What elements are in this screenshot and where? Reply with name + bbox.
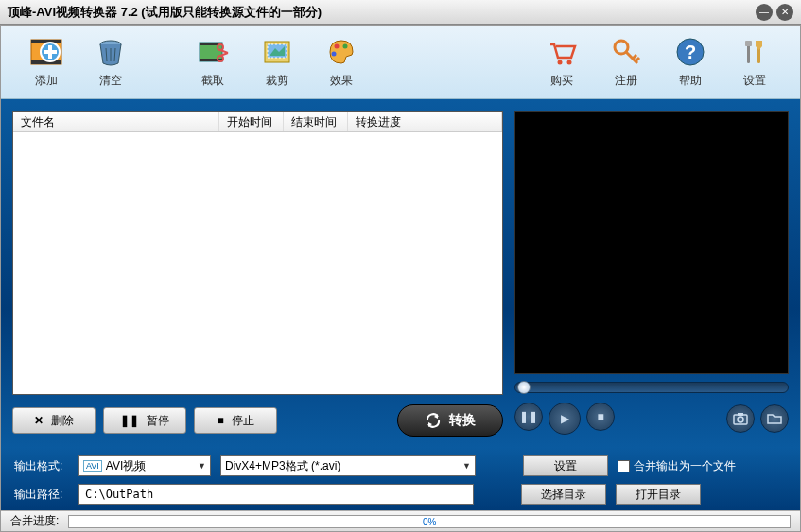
delete-button[interactable]: ✕ 删除 xyxy=(12,407,96,434)
col-progress[interactable]: 转换进度 xyxy=(348,112,502,131)
help-button[interactable]: ? 帮助 xyxy=(658,35,723,89)
open-folder-button[interactable] xyxy=(760,404,789,433)
stop-icon: ■ xyxy=(217,414,223,427)
content-area: 文件名 开始时间 结束时间 转换进度 ✕ 删除 ❚❚ 暂停 ■ 停 xyxy=(1,99,800,448)
svg-point-24 xyxy=(558,60,563,65)
snapshot-button[interactable] xyxy=(726,404,755,433)
media-play-button[interactable]: ▶ xyxy=(549,403,581,435)
media-controls: ❚❚ ▶ ■ xyxy=(514,401,789,437)
film-add-icon xyxy=(29,35,63,69)
crop-button[interactable]: 裁剪 xyxy=(245,35,309,89)
avi-badge-icon: AVI xyxy=(83,460,102,472)
right-panel: ❚❚ ▶ ■ xyxy=(514,111,789,437)
status-bar: 合并进度: 0% xyxy=(1,510,800,531)
svg-line-28 xyxy=(633,55,636,59)
svg-point-26 xyxy=(615,41,628,54)
svg-point-23 xyxy=(332,52,337,57)
open-dir-button[interactable]: 打开目录 xyxy=(616,484,701,505)
col-end[interactable]: 结束时间 xyxy=(284,112,348,131)
merge-checkbox-wrap[interactable]: 合并输出为一个文件 xyxy=(618,458,736,474)
stop-button[interactable]: ■ 停止 xyxy=(194,407,277,434)
output-path-input[interactable] xyxy=(78,484,474,505)
pause-icon: ❚❚ xyxy=(519,410,538,423)
merge-label: 合并输出为一个文件 xyxy=(634,458,736,474)
title-bar: 顶峰-AVI视频转换器 7.2 (试用版只能转换源文件的一部分) — ✕ xyxy=(0,0,801,25)
folder-icon xyxy=(767,412,782,425)
camera-icon xyxy=(733,412,748,425)
merge-progress-label: 合并进度: xyxy=(10,513,59,529)
refresh-icon xyxy=(425,412,442,429)
trash-icon xyxy=(94,35,128,69)
scissors-film-icon xyxy=(196,35,230,69)
cart-icon xyxy=(545,35,579,69)
svg-rect-33 xyxy=(745,41,752,46)
clear-button[interactable]: 清空 xyxy=(78,35,143,89)
output-section: 输出格式: AVI AVI视频 ▼ DivX4+MP3格式 (*.avi) ▼ … xyxy=(1,448,800,510)
register-button[interactable]: 注册 xyxy=(594,35,658,89)
svg-rect-39 xyxy=(738,413,743,416)
chevron-down-icon: ▼ xyxy=(462,461,471,471)
stop-icon: ■ xyxy=(597,410,603,423)
format-label: 输出格式: xyxy=(14,458,69,474)
effect-button[interactable]: 效果 xyxy=(309,35,374,89)
col-filename[interactable]: 文件名 xyxy=(13,112,219,131)
file-list[interactable]: 文件名 开始时间 结束时间 转换进度 xyxy=(12,111,503,395)
merge-progress-percent: 0% xyxy=(423,516,436,526)
path-row: 输出路径: 选择目录 打开目录 xyxy=(14,484,787,505)
media-stop-button[interactable]: ■ xyxy=(586,403,615,431)
help-icon: ? xyxy=(673,35,707,69)
main-window: 添加 清空 截取 裁剪 效果 xyxy=(0,25,801,532)
format-dropdown-1[interactable]: AVI AVI视频 ▼ xyxy=(78,455,211,476)
tools-icon xyxy=(738,35,772,69)
svg-point-25 xyxy=(567,60,572,65)
svg-rect-5 xyxy=(44,50,57,54)
format-row: 输出格式: AVI AVI视频 ▼ DivX4+MP3格式 (*.avi) ▼ … xyxy=(14,455,787,476)
select-dir-button[interactable]: 选择目录 xyxy=(521,484,606,505)
svg-line-29 xyxy=(636,58,639,61)
palette-icon xyxy=(324,35,358,69)
seek-thumb[interactable] xyxy=(517,381,531,394)
minimize-button[interactable]: — xyxy=(756,4,773,21)
path-label: 输出路径: xyxy=(14,487,69,503)
capture-button[interactable]: 截取 xyxy=(181,35,245,89)
format-settings-button[interactable]: 设置 xyxy=(523,455,608,476)
play-icon: ▶ xyxy=(561,412,569,425)
merge-progress-bar: 0% xyxy=(68,515,791,528)
settings-button[interactable]: 设置 xyxy=(723,35,787,89)
key-icon xyxy=(609,35,643,69)
close-button[interactable]: ✕ xyxy=(776,4,793,21)
chevron-down-icon: ▼ xyxy=(198,461,206,471)
toolbar: 添加 清空 截取 裁剪 效果 xyxy=(1,26,800,99)
media-pause-button[interactable]: ❚❚ xyxy=(514,403,543,431)
seek-slider[interactable] xyxy=(514,382,789,393)
convert-button[interactable]: 转换 xyxy=(397,404,503,437)
pause-button[interactable]: ❚❚ 暂停 xyxy=(103,407,186,434)
svg-point-38 xyxy=(738,417,743,422)
picture-crop-icon xyxy=(260,35,294,69)
pause-icon: ❚❚ xyxy=(120,414,139,427)
merge-checkbox[interactable] xyxy=(618,460,630,472)
add-button[interactable]: 添加 xyxy=(14,35,78,89)
file-list-header: 文件名 开始时间 结束时间 转换进度 xyxy=(13,112,502,132)
svg-point-22 xyxy=(343,44,348,49)
format-dropdown-2[interactable]: DivX4+MP3格式 (*.avi) ▼ xyxy=(220,455,476,476)
left-panel: 文件名 开始时间 结束时间 转换进度 ✕ 删除 ❚❚ 暂停 ■ 停 xyxy=(12,111,503,437)
file-list-body[interactable] xyxy=(13,132,502,394)
x-icon: ✕ xyxy=(34,414,44,427)
buy-button[interactable]: 购买 xyxy=(530,35,594,89)
svg-point-21 xyxy=(335,44,340,49)
window-title: 顶峰-AVI视频转换器 7.2 (试用版只能转换源文件的一部分) xyxy=(8,4,752,21)
col-start[interactable]: 开始时间 xyxy=(219,112,284,131)
svg-text:?: ? xyxy=(685,42,696,62)
action-row: ✕ 删除 ❚❚ 暂停 ■ 停止 转换 xyxy=(12,404,503,437)
video-preview[interactable] xyxy=(514,111,789,374)
